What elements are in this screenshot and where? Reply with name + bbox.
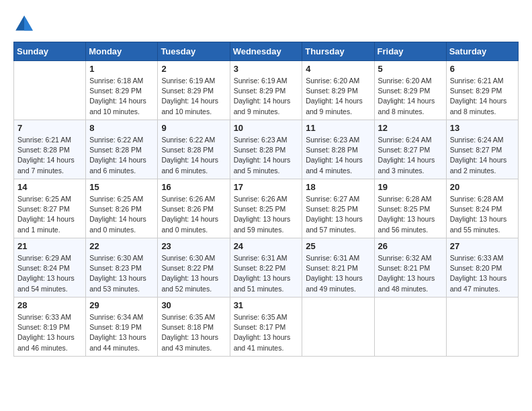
day-info: Sunrise: 6:31 AM Sunset: 8:22 PM Dayligh…: [234, 253, 299, 294]
day-number: 29: [89, 300, 154, 310]
day-number: 6: [450, 64, 515, 74]
calendar-cell: 1Sunrise: 6:18 AM Sunset: 8:29 PM Daylig…: [86, 61, 158, 120]
calendar-cell: [446, 298, 518, 357]
day-info: Sunrise: 6:35 AM Sunset: 8:17 PM Dayligh…: [234, 312, 299, 353]
day-number: 22: [89, 241, 154, 251]
day-number: 9: [161, 123, 226, 133]
calendar-table: SundayMondayTuesdayWednesdayThursdayFrid…: [13, 42, 519, 357]
calendar-cell: 9Sunrise: 6:22 AM Sunset: 8:28 PM Daylig…: [158, 120, 230, 179]
day-info: Sunrise: 6:19 AM Sunset: 8:29 PM Dayligh…: [161, 76, 226, 117]
header-day-monday: Monday: [86, 42, 158, 61]
page-header: [13, 13, 519, 35]
day-number: 19: [378, 182, 443, 192]
calendar-cell: 22Sunrise: 6:30 AM Sunset: 8:23 PM Dayli…: [86, 238, 158, 298]
calendar-cell: 2Sunrise: 6:19 AM Sunset: 8:29 PM Daylig…: [158, 61, 230, 120]
day-info: Sunrise: 6:28 AM Sunset: 8:25 PM Dayligh…: [378, 194, 443, 235]
calendar-cell: 30Sunrise: 6:35 AM Sunset: 8:18 PM Dayli…: [158, 298, 230, 357]
header-day-tuesday: Tuesday: [158, 42, 230, 61]
day-info: Sunrise: 6:25 AM Sunset: 8:27 PM Dayligh…: [17, 194, 82, 235]
day-number: 30: [161, 300, 226, 310]
day-info: Sunrise: 6:22 AM Sunset: 8:28 PM Dayligh…: [161, 135, 226, 176]
day-number: 31: [234, 300, 299, 310]
day-info: Sunrise: 6:30 AM Sunset: 8:22 PM Dayligh…: [161, 253, 226, 294]
calendar-cell: 21Sunrise: 6:29 AM Sunset: 8:24 PM Dayli…: [14, 238, 86, 298]
calendar-cell: 12Sunrise: 6:24 AM Sunset: 8:27 PM Dayli…: [374, 120, 446, 179]
day-info: Sunrise: 6:33 AM Sunset: 8:20 PM Dayligh…: [450, 253, 515, 294]
day-number: 11: [306, 123, 370, 133]
logo: [13, 13, 38, 35]
calendar-cell: 17Sunrise: 6:26 AM Sunset: 8:25 PM Dayli…: [230, 179, 302, 238]
calendar-cell: 27Sunrise: 6:33 AM Sunset: 8:20 PM Dayli…: [446, 238, 518, 298]
calendar-cell: 19Sunrise: 6:28 AM Sunset: 8:25 PM Dayli…: [374, 179, 446, 238]
calendar-cell: [14, 61, 86, 120]
calendar-cell: 20Sunrise: 6:28 AM Sunset: 8:24 PM Dayli…: [446, 179, 518, 238]
day-number: 18: [306, 182, 370, 192]
calendar-cell: 28Sunrise: 6:33 AM Sunset: 8:19 PM Dayli…: [14, 298, 86, 357]
calendar-cell: 29Sunrise: 6:34 AM Sunset: 8:19 PM Dayli…: [86, 298, 158, 357]
day-info: Sunrise: 6:33 AM Sunset: 8:19 PM Dayligh…: [17, 312, 82, 353]
calendar-header: SundayMondayTuesdayWednesdayThursdayFrid…: [14, 42, 519, 61]
day-info: Sunrise: 6:30 AM Sunset: 8:23 PM Dayligh…: [89, 253, 154, 294]
calendar-cell: 18Sunrise: 6:27 AM Sunset: 8:25 PM Dayli…: [302, 179, 374, 238]
header-row: SundayMondayTuesdayWednesdayThursdayFrid…: [14, 42, 519, 61]
calendar-cell: 13Sunrise: 6:24 AM Sunset: 8:27 PM Dayli…: [446, 120, 518, 179]
calendar-cell: 23Sunrise: 6:30 AM Sunset: 8:22 PM Dayli…: [158, 238, 230, 298]
day-number: 21: [17, 241, 82, 251]
day-number: 16: [161, 182, 226, 192]
day-number: 5: [378, 64, 443, 74]
calendar-body: 1Sunrise: 6:18 AM Sunset: 8:29 PM Daylig…: [14, 61, 519, 357]
logo-icon: [13, 13, 35, 35]
day-number: 1: [89, 64, 154, 74]
day-number: 25: [306, 241, 370, 251]
calendar-cell: 5Sunrise: 6:20 AM Sunset: 8:29 PM Daylig…: [374, 61, 446, 120]
day-info: Sunrise: 6:24 AM Sunset: 8:27 PM Dayligh…: [378, 135, 443, 176]
calendar-cell: 16Sunrise: 6:26 AM Sunset: 8:26 PM Dayli…: [158, 179, 230, 238]
calendar-cell: 31Sunrise: 6:35 AM Sunset: 8:17 PM Dayli…: [230, 298, 302, 357]
day-info: Sunrise: 6:19 AM Sunset: 8:29 PM Dayligh…: [234, 76, 299, 117]
day-number: 20: [450, 182, 515, 192]
day-number: 2: [161, 64, 226, 74]
calendar-cell: 6Sunrise: 6:21 AM Sunset: 8:29 PM Daylig…: [446, 61, 518, 120]
calendar-cell: 4Sunrise: 6:20 AM Sunset: 8:29 PM Daylig…: [302, 61, 374, 120]
day-info: Sunrise: 6:26 AM Sunset: 8:26 PM Dayligh…: [161, 194, 226, 235]
header-day-sunday: Sunday: [14, 42, 86, 61]
calendar-cell: 11Sunrise: 6:23 AM Sunset: 8:28 PM Dayli…: [302, 120, 374, 179]
calendar-cell: 3Sunrise: 6:19 AM Sunset: 8:29 PM Daylig…: [230, 61, 302, 120]
day-info: Sunrise: 6:21 AM Sunset: 8:28 PM Dayligh…: [17, 135, 82, 176]
day-number: 13: [450, 123, 515, 133]
day-number: 12: [378, 123, 443, 133]
day-number: 26: [378, 241, 443, 251]
header-day-friday: Friday: [374, 42, 446, 61]
week-row-4: 21Sunrise: 6:29 AM Sunset: 8:24 PM Dayli…: [14, 238, 519, 298]
calendar-cell: 24Sunrise: 6:31 AM Sunset: 8:22 PM Dayli…: [230, 238, 302, 298]
svg-marker-1: [24, 15, 33, 30]
calendar-cell: 15Sunrise: 6:25 AM Sunset: 8:26 PM Dayli…: [86, 179, 158, 238]
day-info: Sunrise: 6:24 AM Sunset: 8:27 PM Dayligh…: [450, 135, 515, 176]
day-info: Sunrise: 6:18 AM Sunset: 8:29 PM Dayligh…: [89, 76, 154, 117]
week-row-1: 1Sunrise: 6:18 AM Sunset: 8:29 PM Daylig…: [14, 61, 519, 120]
calendar-cell: 26Sunrise: 6:32 AM Sunset: 8:21 PM Dayli…: [374, 238, 446, 298]
day-info: Sunrise: 6:32 AM Sunset: 8:21 PM Dayligh…: [378, 253, 443, 294]
day-info: Sunrise: 6:28 AM Sunset: 8:24 PM Dayligh…: [450, 194, 515, 235]
day-info: Sunrise: 6:31 AM Sunset: 8:21 PM Dayligh…: [306, 253, 370, 294]
day-info: Sunrise: 6:20 AM Sunset: 8:29 PM Dayligh…: [306, 76, 370, 117]
week-row-3: 14Sunrise: 6:25 AM Sunset: 8:27 PM Dayli…: [14, 179, 519, 238]
day-info: Sunrise: 6:26 AM Sunset: 8:25 PM Dayligh…: [234, 194, 299, 235]
day-info: Sunrise: 6:22 AM Sunset: 8:28 PM Dayligh…: [89, 135, 154, 176]
calendar-cell: 14Sunrise: 6:25 AM Sunset: 8:27 PM Dayli…: [14, 179, 86, 238]
calendar-cell: 7Sunrise: 6:21 AM Sunset: 8:28 PM Daylig…: [14, 120, 86, 179]
day-info: Sunrise: 6:34 AM Sunset: 8:19 PM Dayligh…: [89, 312, 154, 353]
week-row-2: 7Sunrise: 6:21 AM Sunset: 8:28 PM Daylig…: [14, 120, 519, 179]
calendar-cell: 10Sunrise: 6:23 AM Sunset: 8:28 PM Dayli…: [230, 120, 302, 179]
week-row-5: 28Sunrise: 6:33 AM Sunset: 8:19 PM Dayli…: [14, 298, 519, 357]
day-number: 17: [234, 182, 299, 192]
day-info: Sunrise: 6:25 AM Sunset: 8:26 PM Dayligh…: [89, 194, 154, 235]
day-info: Sunrise: 6:35 AM Sunset: 8:18 PM Dayligh…: [161, 312, 226, 353]
calendar-cell: 8Sunrise: 6:22 AM Sunset: 8:28 PM Daylig…: [86, 120, 158, 179]
header-day-thursday: Thursday: [302, 42, 374, 61]
day-number: 10: [234, 123, 299, 133]
day-number: 8: [89, 123, 154, 133]
day-number: 3: [234, 64, 299, 74]
day-number: 15: [89, 182, 154, 192]
calendar-cell: [302, 298, 374, 357]
